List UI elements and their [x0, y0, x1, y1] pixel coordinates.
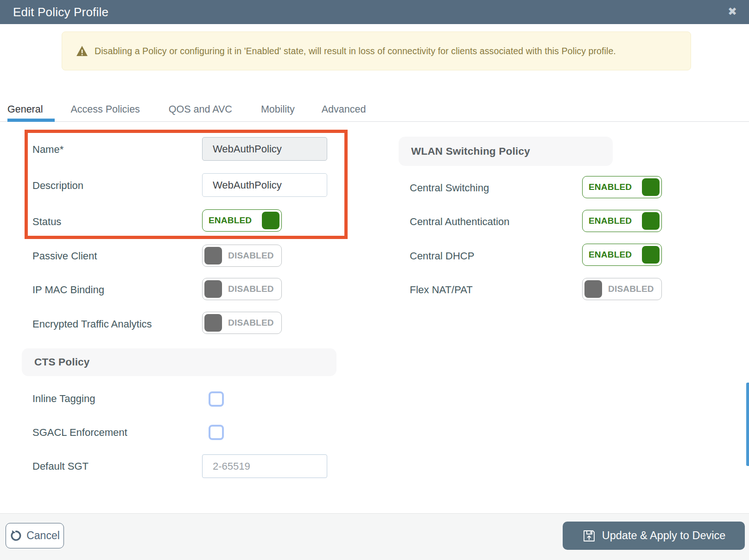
- toggle-knob: [584, 280, 602, 298]
- toggle-knob: [642, 212, 660, 230]
- name-label: Name*: [32, 144, 63, 156]
- toggle-state-label: DISABLED: [228, 251, 274, 261]
- page-title: Edit Policy Profile: [0, 5, 108, 19]
- tab-qos-and-avc[interactable]: QOS and AVC: [169, 104, 232, 115]
- cancel-label: Cancel: [26, 529, 60, 542]
- cancel-button[interactable]: Cancel: [6, 523, 64, 548]
- central-switching-label: Central Switching: [410, 182, 489, 194]
- central-authentication-toggle[interactable]: ENABLED: [582, 210, 662, 232]
- central-dhcp-label: Central DHCP: [410, 250, 474, 262]
- cts-policy-section-header: CTS Policy: [22, 348, 336, 376]
- tab-advanced[interactable]: Advanced: [322, 104, 366, 115]
- encrypted-traffic-analytics-toggle[interactable]: DISABLED: [202, 312, 282, 334]
- default-sgt-input[interactable]: [202, 454, 327, 478]
- edit-policy-profile-dialog: Edit Policy Profile ✖ Disabling a Policy…: [0, 0, 749, 560]
- tab-access-policies[interactable]: Access Policies: [71, 104, 140, 115]
- warning-triangle-icon: [76, 45, 88, 57]
- wlan-switching-section-header: WLAN Switching Policy: [399, 137, 613, 166]
- sgacl-enforcement-label: SGACL Enforcement: [32, 427, 127, 439]
- save-icon: [582, 529, 596, 543]
- sgacl-enforcement-checkbox[interactable]: [209, 425, 224, 440]
- update-apply-button[interactable]: Update & Apply to Device: [563, 522, 745, 550]
- toggle-state-label: ENABLED: [589, 182, 632, 192]
- encrypted-traffic-analytics-label: Encrypted Traffic Analytics: [32, 318, 152, 330]
- warning-text: Disabling a Policy or configuring it in …: [95, 46, 616, 57]
- status-toggle[interactable]: ENABLED: [202, 209, 282, 232]
- wlan-switching-title: WLAN Switching Policy: [399, 145, 530, 157]
- update-apply-label: Update & Apply to Device: [602, 529, 726, 542]
- dialog-header: Edit Policy Profile ✖: [0, 0, 749, 24]
- default-sgt-label: Default SGT: [32, 460, 89, 472]
- undo-icon: [10, 529, 22, 542]
- central-authentication-label: Central Authentication: [410, 216, 509, 228]
- vertical-scrollbar[interactable]: [746, 383, 749, 466]
- toggle-state-label: DISABLED: [608, 284, 654, 294]
- tab-bar: General Access Policies QOS and AVC Mobi…: [0, 97, 749, 122]
- warning-banner: Disabling a Policy or configuring it in …: [62, 31, 691, 70]
- description-label: Description: [32, 180, 83, 192]
- toggle-state-label: ENABLED: [589, 250, 632, 260]
- toggle-state-label: ENABLED: [589, 216, 632, 226]
- toggle-knob: [262, 212, 279, 229]
- tab-general[interactable]: General: [7, 104, 43, 115]
- central-dhcp-toggle[interactable]: ENABLED: [582, 244, 662, 266]
- passive-client-toggle[interactable]: DISABLED: [202, 245, 282, 267]
- ip-mac-binding-label: IP MAC Binding: [32, 284, 104, 296]
- active-tab-indicator: [7, 119, 55, 122]
- status-label: Status: [32, 216, 61, 228]
- close-icon[interactable]: ✖: [728, 5, 737, 19]
- cts-policy-title: CTS Policy: [22, 356, 90, 368]
- toggle-knob: [642, 246, 660, 264]
- central-switching-toggle[interactable]: ENABLED: [582, 176, 662, 198]
- toggle-state-label: ENABLED: [209, 215, 252, 226]
- tab-mobility[interactable]: Mobility: [261, 104, 295, 115]
- flex-nat-pat-label: Flex NAT/PAT: [410, 284, 473, 296]
- passive-client-label: Passive Client: [32, 250, 97, 262]
- description-input[interactable]: [202, 173, 327, 197]
- inline-tagging-checkbox[interactable]: [209, 391, 224, 407]
- toggle-knob: [642, 178, 660, 196]
- inline-tagging-label: Inline Tagging: [32, 393, 95, 405]
- flex-nat-pat-toggle[interactable]: DISABLED: [582, 278, 662, 300]
- toggle-state-label: DISABLED: [228, 284, 274, 294]
- toggle-knob: [204, 280, 222, 298]
- name-input[interactable]: [202, 137, 327, 161]
- dialog-footer: Cancel Update & Apply to Device: [0, 513, 749, 560]
- ip-mac-binding-toggle[interactable]: DISABLED: [202, 278, 282, 300]
- toggle-state-label: DISABLED: [228, 318, 274, 328]
- toggle-knob: [204, 247, 222, 264]
- toggle-knob: [204, 314, 222, 332]
